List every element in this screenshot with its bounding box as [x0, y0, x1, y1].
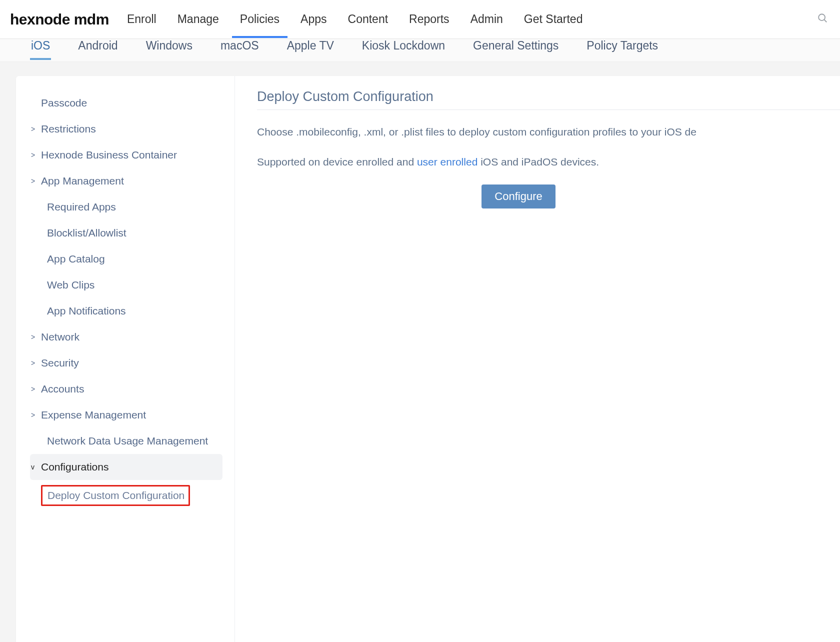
- sidebar-item-app-notifications[interactable]: App Notifications: [30, 298, 222, 324]
- desc-text: iOS and iPadOS devices.: [478, 156, 599, 168]
- sidebar-item-app-catalog[interactable]: App Catalog: [30, 246, 222, 272]
- sidebar-item-blocklist[interactable]: Blocklist/Allowlist: [30, 220, 222, 246]
- sidebar-item-label: Expense Management: [41, 409, 146, 421]
- nav-enroll[interactable]: Enroll: [127, 0, 156, 38]
- sidebar-item-label: Blocklist/Allowlist: [47, 227, 126, 239]
- chevron-right-icon: >: [31, 151, 38, 159]
- ptab-appletv[interactable]: Apple TV: [287, 39, 334, 60]
- chevron-right-icon: >: [31, 411, 38, 419]
- sidebar-item-web-clips[interactable]: Web Clips: [30, 272, 222, 298]
- configure-button[interactable]: Configure: [482, 184, 555, 208]
- search-icon[interactable]: [815, 10, 830, 28]
- ptab-targets[interactable]: Policy Targets: [586, 39, 658, 60]
- nav-reports[interactable]: Reports: [409, 0, 450, 38]
- chevron-right-icon: >: [31, 177, 38, 185]
- sidebar-item-network[interactable]: > Network: [30, 324, 222, 350]
- chevron-right-icon: >: [31, 385, 38, 393]
- ptab-kiosk[interactable]: Kiosk Lockdown: [362, 39, 445, 60]
- ptab-ios[interactable]: iOS: [31, 39, 50, 60]
- configure-row: Configure: [257, 184, 840, 208]
- ptab-windows[interactable]: Windows: [146, 39, 192, 60]
- nav-content[interactable]: Content: [348, 0, 388, 38]
- sidebar-item-label: Hexnode Business Container: [41, 149, 177, 161]
- svg-point-0: [818, 14, 825, 20]
- panel: Passcode > Restrictions > Hexnode Busine…: [16, 76, 840, 642]
- sidebar: Passcode > Restrictions > Hexnode Busine…: [16, 76, 235, 642]
- content-wrap: Passcode > Restrictions > Hexnode Busine…: [0, 62, 840, 642]
- sidebar-item-accounts[interactable]: > Accounts: [30, 376, 222, 402]
- sidebar-item-label: Accounts: [41, 383, 84, 395]
- description-line-1: Choose .mobileconfig, .xml, or .plist fi…: [257, 124, 840, 140]
- chevron-right-icon: >: [31, 333, 38, 341]
- sidebar-item-business-container[interactable]: > Hexnode Business Container: [30, 142, 222, 168]
- nav-manage[interactable]: Manage: [178, 0, 219, 38]
- sidebar-item-label: App Catalog: [47, 253, 105, 265]
- sidebar-item-label: Configurations: [41, 461, 108, 473]
- nav-get-started[interactable]: Get Started: [524, 0, 583, 38]
- sidebar-item-expense-management[interactable]: > Expense Management: [30, 402, 222, 428]
- sidebar-item-configurations[interactable]: v Configurations: [30, 454, 222, 480]
- nav-apps[interactable]: Apps: [300, 0, 326, 38]
- sidebar-item-label: Network Data Usage Management: [47, 435, 208, 447]
- sidebar-item-label: Restrictions: [41, 123, 96, 135]
- sidebar-item-label: App Management: [41, 175, 124, 187]
- user-enrolled-link[interactable]: user enrolled: [417, 156, 478, 168]
- chevron-right-icon: >: [31, 359, 38, 367]
- sidebar-item-label: Security: [41, 357, 79, 369]
- sidebar-item-app-management[interactable]: > App Management: [30, 168, 222, 194]
- platform-tabs: iOS Android Windows macOS Apple TV Kiosk…: [0, 39, 840, 62]
- sidebar-item-required-apps[interactable]: Required Apps: [30, 194, 222, 220]
- sidebar-item-label: Network: [41, 331, 80, 343]
- desc-text: Supported on device enrolled and: [257, 156, 417, 168]
- sidebar-item-passcode[interactable]: Passcode: [30, 90, 222, 116]
- ptab-android[interactable]: Android: [78, 39, 118, 60]
- sidebar-item-network-data-usage[interactable]: Network Data Usage Management: [30, 428, 222, 454]
- topbar: hexnode mdm Enroll Manage Policies Apps …: [0, 0, 840, 39]
- page-title: Deploy Custom Configuration: [257, 89, 840, 110]
- chevron-right-icon: >: [31, 125, 38, 133]
- description-line-2: Supported on device enrolled and user en…: [257, 154, 840, 170]
- main-area: Deploy Custom Configuration Choose .mobi…: [235, 76, 840, 642]
- sidebar-item-label: Required Apps: [47, 201, 116, 213]
- ptab-macos[interactable]: macOS: [220, 39, 259, 60]
- nav-policies[interactable]: Policies: [240, 0, 280, 38]
- main-nav: Enroll Manage Policies Apps Content Repo…: [127, 0, 815, 38]
- chevron-down-icon: v: [31, 463, 38, 471]
- sidebar-item-security[interactable]: > Security: [30, 350, 222, 376]
- sidebar-item-label: App Notifications: [47, 305, 126, 317]
- sidebar-item-label: Web Clips: [47, 279, 94, 291]
- sidebar-item-label: Passcode: [41, 97, 87, 109]
- ptab-general[interactable]: General Settings: [473, 39, 558, 60]
- brand-logo: hexnode mdm: [10, 11, 109, 28]
- svg-line-1: [824, 20, 827, 22]
- sidebar-item-deploy-custom-config[interactable]: Deploy Custom Configuration: [41, 485, 190, 506]
- nav-admin[interactable]: Admin: [470, 0, 503, 38]
- sidebar-item-restrictions[interactable]: > Restrictions: [30, 116, 222, 142]
